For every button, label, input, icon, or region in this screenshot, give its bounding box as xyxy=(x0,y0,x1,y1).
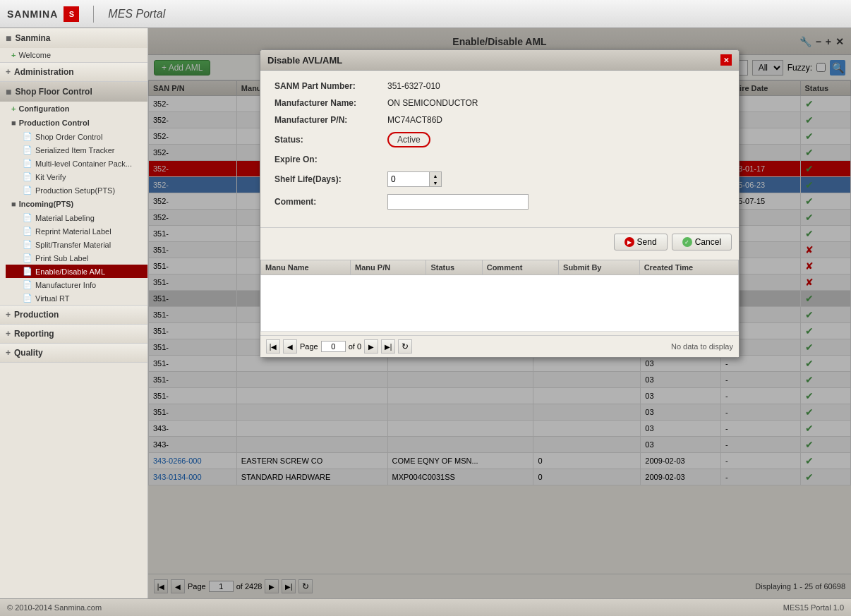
sidebar-incoming-header[interactable]: ■ Incoming(PTS) xyxy=(6,197,147,211)
sidebar-quality-header[interactable]: + Quality xyxy=(0,344,147,362)
sidebar-reporting-header[interactable]: + Reporting xyxy=(0,325,147,343)
modal-field-status: Status: Active xyxy=(274,132,725,147)
modal-field-comment: Comment: xyxy=(274,194,725,210)
config-label: Configuration xyxy=(18,104,69,113)
modal-empty-row xyxy=(261,275,739,332)
sidebar-config-header[interactable]: + Configuration xyxy=(6,102,147,116)
sidebar-item-kit-verify[interactable]: 📄 Kit Verify xyxy=(6,170,147,183)
shop-order-label: Shop Order Control xyxy=(35,133,102,141)
modal-first-page-button[interactable]: |◀ xyxy=(266,339,280,354)
bottombar: © 2010-2014 Sanmina.com MES15 Portal 1.0 xyxy=(0,598,851,616)
shelf-life-spinner: ▲ ▼ xyxy=(429,171,442,187)
doc-icon7: 📄 xyxy=(23,227,32,236)
modal-close-button[interactable]: ✕ xyxy=(720,54,732,66)
doc-icon9: 📄 xyxy=(23,253,32,262)
sidebar-item-welcome[interactable]: + Welcome xyxy=(0,48,147,62)
sidebar-sanmina-label: Sanmina xyxy=(15,33,50,43)
modal-title-bar: Disable AVL/AML ✕ xyxy=(260,50,739,71)
logo-area: SANMINA S MES Portal xyxy=(7,6,165,23)
modal-field-sanm-pn: SANM Part Number: 351-6327-010 xyxy=(274,81,725,91)
send-label: Send xyxy=(637,237,657,247)
serialized-label: Serialized Item Tracker xyxy=(35,146,114,155)
sidebar-shopfloor-label: Shop Floor Control xyxy=(15,87,92,97)
cancel-icon: ✓ xyxy=(682,237,692,247)
doc-icon12: 📄 xyxy=(23,294,32,303)
modal-inner-table: Manu Name Manu P/N Status Comment Submit… xyxy=(260,260,739,332)
manu-name-field-value: ON SEMICONDUCTOR xyxy=(387,98,478,108)
sidebar-item-manufacturer-info[interactable]: 📄 Manufacturer Info xyxy=(6,278,147,291)
doc-icon6: 📄 xyxy=(23,213,32,222)
sidebar: ■ Sanmina + Welcome + Administration ■ S… xyxy=(0,28,148,598)
manu-pn-field-label: Manufacturer P/N: xyxy=(274,115,387,125)
shelf-life-field-label: Shelf Life(Days): xyxy=(274,174,387,184)
sidebar-production-header[interactable]: + Production xyxy=(0,306,147,324)
welcome-label: Welcome xyxy=(18,51,51,59)
modal-refresh-button[interactable]: ↻ xyxy=(398,339,412,354)
sidebar-item-multilevel-container[interactable]: 📄 Multi-level Container Pack... xyxy=(6,157,147,170)
modal-last-page-button[interactable]: ▶| xyxy=(381,339,395,354)
manufacturer-info-label: Manufacturer Info xyxy=(35,281,96,289)
modal-history-table: Manu Name Manu P/N Status Comment Submit… xyxy=(260,260,739,332)
sidebar-incoming-section: ■ Incoming(PTS) 📄 Material Labeling 📄 Re… xyxy=(0,197,147,305)
modal-col-status: Status xyxy=(426,260,482,275)
brand-logo-icon: S xyxy=(64,6,79,22)
sidebar-item-print-sub-label[interactable]: 📄 Print Sub Label xyxy=(6,251,147,265)
modal-field-expire-on: Expire On: xyxy=(274,155,725,164)
shelf-life-up-button[interactable]: ▲ xyxy=(430,172,441,179)
cancel-button[interactable]: ✓ Cancel xyxy=(672,234,732,250)
send-button[interactable]: ▶ Send xyxy=(614,234,668,250)
enable-disable-label: Enable/Disable AML xyxy=(35,267,105,276)
shelf-life-input[interactable] xyxy=(387,171,430,187)
modal-table-body xyxy=(261,275,739,332)
modal-col-manu-name: Manu Name xyxy=(261,260,351,275)
modal-prev-page-button[interactable]: ◀ xyxy=(283,339,297,354)
modal-table-header-row: Manu Name Manu P/N Status Comment Submit… xyxy=(261,260,739,275)
sidebar-item-enable-disable-aml[interactable]: 📄 Enable/Disable AML xyxy=(6,265,147,278)
modal-overlay: Disable AVL/AML ✕ SANM Part Number: 351-… xyxy=(148,28,851,598)
modal-field-shelf-life: Shelf Life(Days): ▲ ▼ xyxy=(274,171,725,187)
sidebar-prodctrl-section: ■ Production Control 📄 Shop Order Contro… xyxy=(0,116,147,197)
sidebar-sanmina-header[interactable]: ■ Sanmina xyxy=(0,28,147,48)
reporting-toggle-icon: + xyxy=(6,329,11,339)
sidebar-item-serialized-tracker[interactable]: 📄 Serialized Item Tracker xyxy=(6,143,147,157)
sidebar-item-shop-order-control[interactable]: 📄 Shop Order Control xyxy=(6,130,147,143)
split-label: Split/Transfer Material xyxy=(35,241,111,249)
sidebar-section-shopfloor: ■ Shop Floor Control + Configuration ■ P… xyxy=(0,82,147,306)
comment-field-label: Comment: xyxy=(274,197,387,207)
doc-icon2: 📄 xyxy=(23,145,32,155)
shelf-life-down-button[interactable]: ▼ xyxy=(430,179,441,186)
sidebar-admin-label: Administration xyxy=(14,67,74,77)
production-toggle-icon: + xyxy=(6,310,11,320)
sidebar-item-reprint-material[interactable]: 📄 Reprint Material Label xyxy=(6,224,147,238)
shelf-life-input-group: ▲ ▼ xyxy=(387,171,442,187)
minus-icon2: ■ xyxy=(11,119,16,127)
prodctrl-label: Production Control xyxy=(19,119,90,127)
sidebar-shopfloor-header[interactable]: ■ Shop Floor Control xyxy=(0,82,147,102)
modal-page-input[interactable] xyxy=(321,341,346,352)
sidebar-item-split-transfer[interactable]: 📄 Split/Transfer Material xyxy=(6,238,147,251)
prod-setup-label: Production Setup(PTS) xyxy=(35,186,115,195)
sidebar-item-material-labeling[interactable]: 📄 Material Labeling xyxy=(6,211,147,224)
doc-icon4: 📄 xyxy=(23,172,32,181)
modal-next-page-button[interactable]: ▶ xyxy=(364,339,378,354)
sidebar-item-virtual-rt[interactable]: 📄 Virtual RT xyxy=(6,291,147,305)
modal-col-manu-pn: Manu P/N xyxy=(351,260,426,275)
modal-page-label: Page xyxy=(300,342,318,351)
admin-toggle-icon: + xyxy=(6,67,11,77)
sidebar-item-production-setup[interactable]: 📄 Production Setup(PTS) xyxy=(6,183,147,197)
disable-aml-modal: Disable AVL/AML ✕ SANM Part Number: 351-… xyxy=(260,49,740,358)
doc-icon10: 📄 xyxy=(23,267,32,276)
manu-pn-field-value: MC74ACT86D xyxy=(387,115,442,125)
shopfloor-toggle-icon: ■ xyxy=(6,86,11,97)
virtual-rt-label: Virtual RT xyxy=(35,294,70,303)
sidebar-production-label: Production xyxy=(14,310,59,320)
quality-toggle-icon: + xyxy=(6,348,11,358)
sanm-pn-field-value: 351-6327-010 xyxy=(387,81,440,91)
sidebar-admin-header[interactable]: + Administration xyxy=(0,63,147,81)
doc-icon11: 📄 xyxy=(23,280,32,289)
minus-icon3: ■ xyxy=(11,200,16,208)
sidebar-prodctrl-header[interactable]: ■ Production Control xyxy=(6,116,147,130)
comment-input[interactable] xyxy=(387,194,529,210)
sidebar-reporting-label: Reporting xyxy=(14,329,54,339)
status-field-label: Status: xyxy=(274,135,387,145)
